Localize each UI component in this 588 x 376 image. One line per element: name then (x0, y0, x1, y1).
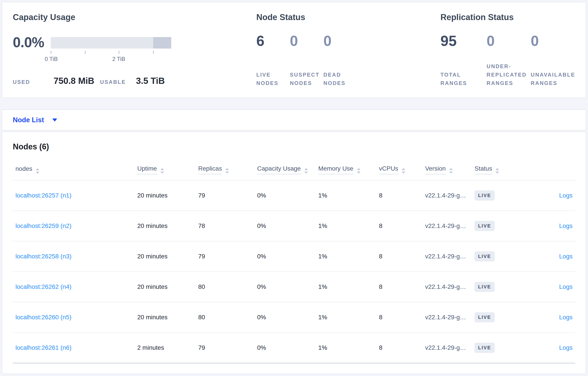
capacity-usage-cell: 0% (254, 211, 316, 241)
vcpus-cell: 8 (376, 272, 422, 302)
sort-icon (36, 168, 39, 174)
capacity-gauge-other-segment (153, 37, 171, 49)
node-status-metrics: 6 LIVE NODES 0 SUSPECT NODES 0 (256, 33, 440, 87)
node-list-dropdown[interactable]: Node List (13, 116, 44, 124)
vcpus-cell: 8 (376, 333, 422, 363)
logs-link[interactable]: Logs (559, 314, 573, 321)
memory-use-cell: 1% (316, 272, 376, 302)
suspect-nodes-label: SUSPECT NODES (290, 71, 323, 87)
logs-link[interactable]: Logs (559, 222, 573, 229)
capacity-usage-card: Capacity Usage 0.0% 0 TiB 2 TiB U (13, 12, 256, 87)
column-header-vcpus[interactable]: vCPUs (376, 162, 422, 180)
capacity-usage-cell: 0% (254, 333, 316, 363)
vcpus-cell: 8 (376, 180, 422, 211)
axis-tick (119, 51, 119, 54)
table-row: localhost:26261 (n6) 2 minutes 79 0% 1% … (13, 333, 575, 363)
logs-link[interactable]: Logs (559, 253, 573, 260)
node-link[interactable]: localhost:26261 (n6) (15, 344, 72, 351)
replicas-cell: 79 (196, 180, 254, 211)
suspect-nodes-value: 0 (290, 33, 323, 49)
cluster-overview-page: Capacity Usage 0.0% 0 TiB 2 TiB U (0, 0, 588, 376)
uptime-cell: 2 minutes (135, 333, 196, 363)
uptime-cell: 20 minutes (135, 272, 196, 302)
version-cell: v22.1.4-29-g… (422, 241, 472, 272)
node-status-title: Node Status (256, 12, 440, 22)
sort-icon (160, 168, 164, 174)
live-nodes-value: 6 (256, 33, 290, 49)
status-cell: LIVE (472, 241, 519, 272)
column-header-uptime[interactable]: Uptime (135, 162, 196, 180)
column-header-replicas[interactable]: Replicas (196, 162, 254, 180)
under-replicated-ranges-value: 0 (487, 33, 531, 49)
logs-link[interactable]: Logs (559, 283, 573, 290)
suspect-nodes-metric: 0 SUSPECT NODES (290, 33, 323, 87)
capacity-stats-row: USED 750.8 MiB USABLE 3.5 TiB (13, 76, 256, 86)
dead-nodes-metric: 0 DEAD NODES (323, 33, 346, 87)
column-header-version[interactable]: Version (422, 162, 472, 180)
memory-use-cell: 1% (316, 211, 376, 241)
unavailable-ranges-value: 0 (531, 33, 575, 49)
under-replicated-ranges-metric: 0 UNDER- REPLICATED RANGES (487, 33, 531, 87)
replication-status-card: Replication Status 95 TOTAL RANGES 0 UND… (441, 12, 575, 87)
uptime-cell: 20 minutes (135, 180, 196, 211)
view-selector-bar: Node List (2, 109, 586, 131)
status-badge: LIVE (474, 251, 495, 261)
axis-tick (85, 51, 85, 54)
memory-use-cell: 1% (316, 180, 376, 211)
sort-icon (225, 168, 229, 174)
status-badge: LIVE (474, 343, 495, 353)
node-link[interactable]: localhost:26259 (n2) (15, 222, 72, 229)
table-header-row: nodes Uptime Replicas Capacity Usage Mem… (13, 162, 575, 180)
memory-use-cell: 1% (316, 333, 376, 363)
vcpus-cell: 8 (376, 211, 422, 241)
replication-status-title: Replication Status (441, 12, 575, 22)
total-ranges-metric: 95 TOTAL RANGES (441, 33, 487, 87)
logs-link[interactable]: Logs (559, 344, 573, 351)
status-cell: LIVE (472, 211, 519, 241)
cluster-summary-panel: Capacity Usage 0.0% 0 TiB 2 TiB U (2, 2, 586, 98)
capacity-usage-cell: 0% (254, 180, 316, 211)
chevron-down-icon[interactable] (52, 118, 57, 122)
capacity-gauge: 0 TiB 2 TiB (51, 37, 171, 62)
table-row: localhost:26262 (n4) 20 minutes 80 0% 1%… (13, 272, 575, 302)
logs-link[interactable]: Logs (559, 192, 573, 199)
replicas-cell: 78 (196, 211, 254, 241)
dead-nodes-label: DEAD NODES (323, 71, 346, 87)
used-value: 750.8 MiB (54, 76, 94, 86)
column-header-capacity-usage[interactable]: Capacity Usage (254, 162, 316, 180)
live-nodes-label: LIVE NODES (256, 71, 290, 87)
total-ranges-label: TOTAL RANGES (441, 71, 487, 87)
axis-label-2: 2 TiB (112, 56, 125, 63)
usable-label: USABLE (100, 79, 126, 85)
uptime-cell: 20 minutes (135, 241, 196, 272)
nodes-table-panel: Nodes (6) nodes Uptime Replicas Capacity… (2, 132, 586, 374)
replication-metrics: 95 TOTAL RANGES 0 UNDER- REPLICATED RANG… (441, 33, 575, 87)
nodes-table-title: Nodes (6) (13, 142, 575, 152)
table-row: localhost:26260 (n5) 20 minutes 80 0% 1%… (13, 302, 575, 333)
live-nodes-metric: 6 LIVE NODES (256, 33, 290, 87)
memory-use-cell: 1% (316, 302, 376, 333)
axis-tick (153, 51, 154, 54)
replicas-cell: 79 (196, 241, 254, 272)
column-header-nodes[interactable]: nodes (13, 162, 135, 180)
unavailable-ranges-label: UNAVAILABLE RANGES (531, 71, 575, 87)
status-badge: LIVE (474, 221, 495, 231)
replicas-cell: 80 (196, 302, 254, 333)
status-badge: LIVE (474, 312, 495, 322)
table-row: localhost:26259 (n2) 20 minutes 78 0% 1%… (13, 211, 575, 241)
node-link[interactable]: localhost:26260 (n5) (15, 314, 72, 321)
under-replicated-ranges-label: UNDER- REPLICATED RANGES (487, 62, 531, 87)
table-row: localhost:26258 (n3) 20 minutes 79 0% 1%… (13, 241, 575, 272)
capacity-gauge-usable-segment (51, 37, 153, 49)
nodes-table: nodes Uptime Replicas Capacity Usage Mem… (13, 162, 575, 363)
node-link[interactable]: localhost:26258 (n3) (15, 253, 72, 260)
node-link[interactable]: localhost:26262 (n4) (15, 283, 72, 290)
node-status-card: Node Status 6 LIVE NODES 0 SUSPECT NODES (256, 12, 440, 87)
unavailable-ranges-metric: 0 UNAVAILABLE RANGES (531, 33, 575, 87)
column-header-logs (519, 162, 575, 180)
table-row: localhost:26257 (n1) 20 minutes 79 0% 1%… (13, 180, 575, 211)
column-header-status[interactable]: Status (472, 162, 519, 180)
replicas-cell: 80 (196, 272, 254, 302)
column-header-memory-use[interactable]: Memory Use (316, 162, 376, 180)
node-link[interactable]: localhost:26257 (n1) (15, 192, 72, 199)
